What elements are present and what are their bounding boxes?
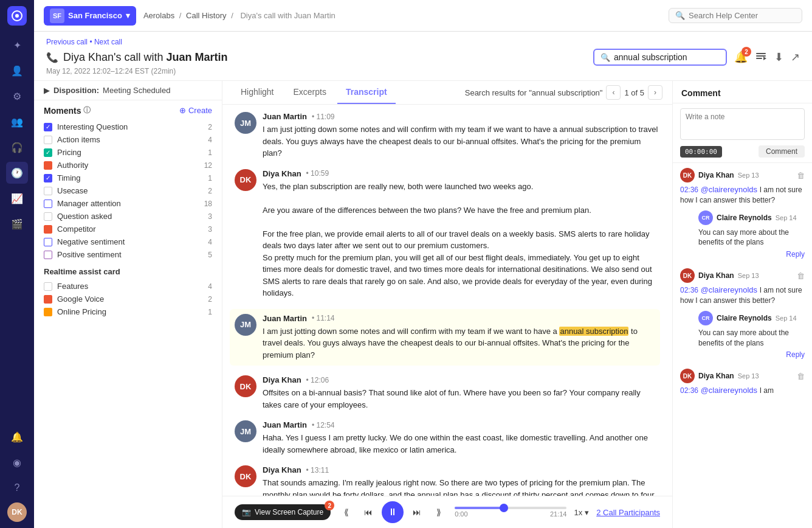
nav-icon-integration[interactable]: ◉ — [6, 451, 28, 473]
search-prev-btn[interactable]: ‹ — [606, 85, 621, 100]
moment-checkbox-authority[interactable] — [44, 161, 52, 170]
nav-icon-video[interactable]: 🎬 — [6, 213, 28, 235]
moment-row[interactable]: ✓ Pricing 1 — [44, 146, 212, 159]
moment-row[interactable]: Usecase 2 — [44, 184, 212, 197]
comment-submit-btn[interactable]: Comment — [759, 145, 805, 158]
call-search-input[interactable] — [614, 52, 720, 62]
moment-row-features[interactable]: Features 4 — [44, 280, 212, 293]
nav-icon-chart[interactable]: 📈 — [6, 187, 28, 209]
prev-call-link[interactable]: Previous call — [46, 38, 88, 46]
moment-label-google-voice: Google Voice — [57, 294, 104, 304]
skip-to-end-btn[interactable]: ⏭ — [408, 504, 425, 521]
nav-icon-bell[interactable]: 🔔 — [6, 426, 28, 448]
breadcrumb-call-history[interactable]: Call History — [186, 11, 226, 20]
search-next-btn[interactable]: › — [648, 85, 662, 100]
moment-row[interactable]: Competitor 3 — [44, 223, 212, 235]
next-call-link[interactable]: Next call — [94, 38, 122, 46]
add-to-playlist-btn[interactable] — [755, 50, 767, 65]
thread-time-link[interactable]: 02:36 — [680, 386, 698, 395]
moment-checkbox-action[interactable] — [44, 136, 52, 144]
moment-checkbox-features[interactable] — [44, 282, 52, 291]
speed-control[interactable]: 1x ▾ — [574, 508, 589, 517]
call-header: Previous call • Next call 📞 Diya Khan's … — [34, 32, 812, 81]
thread-time-link[interactable]: 02:36 — [680, 286, 698, 294]
rewind-15-btn[interactable]: ⟪ — [338, 504, 355, 521]
moment-checkbox-question[interactable] — [44, 212, 52, 221]
moment-checkbox-timing[interactable]: ✓ — [44, 174, 52, 182]
breadcrumb-sep2: / — [231, 11, 233, 20]
moment-checkbox-interesting[interactable]: ✓ — [44, 123, 52, 131]
thread-delete-btn[interactable]: 🗑 — [797, 171, 805, 180]
moment-row[interactable]: Negative sentiment 4 — [44, 235, 212, 248]
moment-row-google-voice[interactable]: Google Voice 2 — [44, 293, 212, 305]
message-block: DK Diya Khan • 13:11 That sounds amazing… — [235, 465, 660, 496]
thread-username: Diya Khan — [698, 171, 734, 179]
moment-row[interactable]: Authority 12 — [44, 159, 212, 172]
top-bar: SF San Francisco ▾ Aerolabs / Call Histo… — [34, 0, 812, 32]
reply-btn-2[interactable]: Reply — [680, 350, 805, 359]
moment-row[interactable]: Positive sentiment 5 — [44, 248, 212, 261]
create-moment-btn[interactable]: ⊕ Create — [179, 106, 212, 115]
download-btn[interactable]: ⬇ — [774, 50, 783, 64]
forward-15-btn[interactable]: ⟫ — [430, 504, 447, 521]
nav-icon-users[interactable]: 👤 — [6, 60, 28, 82]
view-screen-capture-btn[interactable]: 📷 View Screen Capture 2 — [235, 504, 331, 520]
nav-icon-help[interactable]: ? — [6, 477, 28, 499]
call-title: Diya Khan's call with Juan Martin — [63, 51, 228, 64]
notifications-btn[interactable]: 🔔 2 — [734, 50, 748, 64]
message-time: • 10:59 — [306, 169, 329, 178]
thread-delete-btn[interactable]: 🗑 — [797, 372, 805, 381]
message-time: • 13:11 — [306, 466, 329, 474]
reply-username: Claire Reynolds — [717, 214, 772, 222]
progress-bar-track[interactable] — [455, 507, 566, 509]
help-search-input[interactable] — [689, 11, 796, 20]
time-labels: 0:00 21:14 — [455, 510, 566, 518]
nav-icon-headset[interactable]: 🎧 — [6, 136, 28, 158]
moment-row[interactable]: ✓ Timing 1 — [44, 172, 212, 184]
transcript-tabs: Highlight Excerpts Transcript Search res… — [222, 81, 672, 105]
play-pause-btn[interactable]: ⏸ — [382, 501, 404, 523]
skip-to-start-btn[interactable]: ⏮ — [360, 504, 377, 521]
moment-row[interactable]: ✓ Interesting Question 2 — [44, 120, 212, 133]
moment-checkbox-usecase[interactable] — [44, 187, 52, 195]
share-btn[interactable]: ↗ — [791, 50, 800, 64]
comment-textarea[interactable] — [680, 108, 805, 140]
moment-checkbox-google-voice[interactable] — [44, 295, 52, 304]
phone-icon: 📞 — [46, 52, 58, 63]
workspace-selector[interactable]: SF San Francisco ▾ — [44, 6, 136, 26]
moment-label-pricing: Pricing — [57, 148, 81, 157]
tab-highlight[interactable]: Highlight — [232, 81, 282, 104]
moment-row[interactable]: Manager attention 18 — [44, 197, 212, 210]
app-logo[interactable] — [7, 6, 27, 26]
comment-actions: 00:00:00 Comment — [680, 145, 805, 158]
progress-area: 0:00 21:14 — [455, 507, 566, 518]
moment-checkbox-competitor[interactable] — [44, 225, 52, 234]
thread-avatar-diya-2: DK — [680, 268, 695, 283]
moment-checkbox-online-pricing[interactable] — [44, 308, 52, 316]
call-title-row: 📞 Diya Khan's call with Juan Martin 🔍 🔔 … — [46, 49, 800, 66]
message-content: Juan Martin • 11:09 I am just jotting do… — [263, 112, 660, 159]
nav-icon-sparkle[interactable]: ✦ — [6, 34, 28, 56]
nav-icon-history[interactable]: 🕐 — [6, 162, 28, 184]
tab-transcript[interactable]: Transcript — [337, 81, 396, 104]
moment-row-online-pricing[interactable]: Online Pricing 1 — [44, 305, 212, 318]
nav-icon-settings[interactable]: ⚙ — [6, 85, 28, 107]
moment-checkbox-positive[interactable] — [44, 251, 52, 259]
breadcrumb-aerolabs[interactable]: Aerolabs — [143, 11, 174, 20]
workspace-name: San Francisco — [68, 11, 122, 20]
moment-row[interactable]: Action items 4 — [44, 133, 212, 146]
thread-time-link[interactable]: 02:36 — [680, 186, 698, 194]
thread-delete-btn[interactable]: 🗑 — [797, 271, 805, 280]
user-avatar[interactable]: DK — [7, 502, 27, 522]
nav-icon-team[interactable]: 👥 — [6, 111, 28, 133]
moment-checkbox-pricing[interactable]: ✓ — [44, 148, 52, 157]
video-icon: 📷 — [242, 508, 251, 516]
moment-row[interactable]: Question asked 3 — [44, 210, 212, 223]
reply-btn-1[interactable]: Reply — [680, 250, 805, 259]
tab-excerpts[interactable]: Excerpts — [284, 81, 334, 104]
moment-checkbox-manager[interactable] — [44, 200, 52, 208]
participants-link[interactable]: 2 Call Participants — [596, 508, 660, 517]
moment-checkbox-negative[interactable] — [44, 238, 52, 246]
svg-rect-3 — [756, 55, 766, 57]
speaker-name: Diya Khan — [263, 169, 301, 178]
